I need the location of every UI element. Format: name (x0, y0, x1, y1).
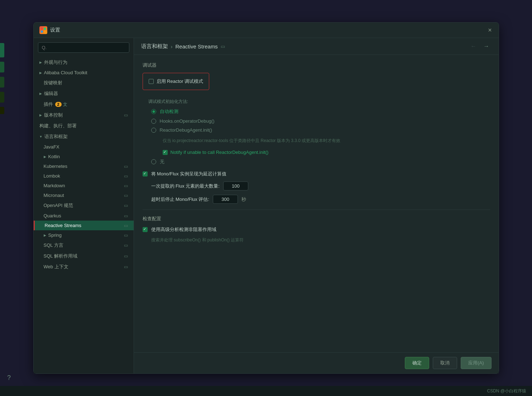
left-indicators (0, 43, 5, 114)
mono-flux-label: 将 Mono/Flux 实例呈现为延迟计算值 (151, 171, 227, 177)
dialog-footer: 确定 取消 应用(A) (134, 352, 499, 373)
sidebar-item-vcs[interactable]: 版本控制 ▭ (34, 110, 134, 121)
sidebar-item-web[interactable]: Web 上下文 ▭ (34, 261, 134, 272)
plugin-badge: 2 (55, 102, 62, 107)
sidebar-label-micronaut: Micronaut (44, 193, 64, 198)
main-content: 外观与行为 Alibaba Cloud Toolkit 按键映射 编辑器 插件 … (34, 38, 499, 373)
svg-rect-3 (44, 30, 46, 33)
sidebar-item-keymap[interactable]: 按键映射 (34, 77, 134, 88)
sidebar-item-kotlin[interactable]: Kotlin (34, 152, 134, 161)
reactor-debug-box: 启用 Reactor 调试模式 (143, 73, 210, 90)
cancel-button[interactable]: 取消 (433, 357, 457, 369)
radio-hooks: Hooks.onOperatorDebug() (151, 118, 490, 124)
search-input[interactable] (38, 42, 129, 53)
sidebar-label-build: 构建、执行、部署 (39, 123, 77, 129)
radio-auto-label: 自动检测 (160, 108, 178, 115)
sidebar-label-spring: Spring (48, 232, 62, 238)
ok-button[interactable]: 确定 (405, 357, 429, 369)
radio-auto-btn[interactable] (151, 109, 156, 114)
sidebar-label-javafx: JavaFX (44, 144, 59, 150)
inspection-section-title: 检查配置 (143, 216, 490, 222)
timeout-label: 超时后停止 Mono/Flux 评估: (151, 196, 210, 203)
sidebar-item-editor[interactable]: 编辑器 (34, 88, 134, 99)
enable-reactor-label: 启用 Reactor 调试模式 (157, 78, 203, 85)
sidebar: 外观与行为 Alibaba Cloud Toolkit 按键映射 编辑器 插件 … (34, 38, 134, 373)
nav-forward-button[interactable]: → (481, 42, 492, 50)
radio-none-btn[interactable] (151, 159, 156, 164)
sidebar-label-alibaba: Alibaba Cloud Toolkit (44, 70, 87, 75)
debugger-section-title: 调试器 (143, 62, 490, 69)
settings-dialog: 设置 × 外观与行为 Alibaba Cloud Toolkit 按键映射 (33, 22, 499, 374)
sidebar-item-openapi[interactable]: OpenAPI 规范 ▭ (34, 200, 134, 211)
help-icon[interactable]: ? (7, 374, 11, 382)
sidebar-item-reactive[interactable]: Reactive Streams ▭ (34, 221, 134, 230)
section-divider (143, 209, 490, 210)
enable-reactor-item: 启用 Reactor 调试模式 (149, 78, 203, 85)
mono-flux-checkbox[interactable] (143, 171, 148, 176)
blocking-checkbox[interactable] (143, 227, 148, 232)
radio-auto: 自动检测 (151, 108, 490, 115)
sidebar-label-web: Web 上下文 (44, 264, 68, 270)
breadcrumb-current: Reactive Streams (176, 43, 218, 50)
app-icon (39, 26, 47, 34)
kubernetes-db-icon: ▭ (124, 164, 128, 169)
breadcrumb-separator: › (171, 43, 173, 50)
radio-none-label: 无 (160, 159, 164, 165)
sidebar-item-alibaba[interactable]: Alibaba Cloud Toolkit (34, 68, 134, 77)
dialog-title: 设置 (50, 27, 60, 33)
close-button[interactable]: × (487, 27, 493, 33)
sidebar-label-markdown: Markdown (44, 183, 65, 188)
sidebar-item-build[interactable]: 构建、执行、部署 (34, 121, 134, 131)
radio-hooks-btn[interactable] (151, 119, 156, 124)
sidebar-item-quarkus[interactable]: Quarkus ▭ (34, 211, 134, 221)
plugin-badge-lang: 文 (63, 102, 67, 108)
nav-back-button[interactable]: ← (469, 42, 479, 50)
sidebar-item-sql-scope[interactable]: SQL 解析作用域 ▭ (34, 251, 134, 261)
notify-checkbox[interactable] (163, 150, 168, 155)
openapi-db-icon: ▭ (124, 203, 128, 208)
radio-hooks-label: Hooks.onOperatorDebug() (160, 118, 215, 124)
sidebar-item-javafx[interactable]: JavaFX (34, 142, 134, 152)
notify-checkbox-item: Notify if unable to call ReactorDebugAge… (163, 150, 490, 155)
sidebar-label-kubernetes: Kubernetes (44, 164, 68, 169)
max-flux-label: 一次提取的 Flux 元素的最大数量: (151, 183, 220, 189)
sidebar-item-plugins[interactable]: 插件 2 文 (34, 99, 134, 110)
sidebar-item-lombok[interactable]: Lombok ▭ (34, 171, 134, 181)
blocking-info-text: 搜索并处理 subscribeOn() 和 publishOn() 运算符 (151, 237, 490, 243)
web-db-icon: ▭ (124, 264, 128, 269)
svg-rect-2 (41, 30, 43, 33)
max-flux-input[interactable] (223, 182, 248, 190)
timeout-input[interactable] (213, 195, 238, 204)
bottom-bar: CSDN @小白程序猿 (0, 386, 532, 396)
apply-button[interactable]: 应用(A) (461, 357, 491, 369)
timeout-unit: 秒 (241, 196, 246, 203)
radio-agent-btn[interactable] (151, 128, 156, 133)
sidebar-label-sql-scope: SQL 解析作用域 (44, 253, 77, 259)
radio-none: 无 (151, 159, 490, 165)
sidebar-item-micronaut[interactable]: Micronaut ▭ (34, 190, 134, 200)
radio-group: 自动检测 Hooks.onOperatorDebug() ReactorDebu… (151, 108, 490, 165)
sidebar-item-appearance[interactable]: 外观与行为 (34, 57, 134, 68)
sidebar-label-plugins: 插件 (44, 101, 53, 108)
sql-db-icon: ▭ (124, 243, 128, 248)
notify-label: Notify if unable to call ReactorDebugAge… (171, 150, 269, 155)
sidebar-label-sql: SQL 方言 (44, 242, 63, 249)
sidebar-item-spring[interactable]: Spring ▭ (34, 230, 134, 240)
sidebar-item-markdown[interactable]: Markdown ▭ (34, 181, 134, 190)
breadcrumb: 语言和框架 › Reactive Streams ▭ (141, 43, 225, 50)
sidebar-list: 外观与行为 Alibaba Cloud Toolkit 按键映射 编辑器 插件 … (34, 56, 134, 373)
svg-rect-0 (41, 28, 43, 30)
right-panel: 语言和框架 › Reactive Streams ▭ ← → 调试器 (134, 38, 499, 373)
agent-info-text: 仅当 io.projectreactor:reactor-tools 位于类路径… (163, 138, 490, 144)
svg-rect-1 (44, 28, 46, 30)
sidebar-label-editor: 编辑器 (44, 90, 58, 97)
blocking-label: 使用高级分析检测非阻塞作用域 (151, 226, 216, 233)
content-area: 调试器 启用 Reactor 调试模式 调试模式初始化方法: (134, 55, 499, 352)
breadcrumb-parent: 语言和框架 (141, 43, 168, 50)
sidebar-label-keymap: 按键映射 (44, 80, 62, 86)
sidebar-item-sql[interactable]: SQL 方言 ▭ (34, 240, 134, 251)
sidebar-item-kubernetes[interactable]: Kubernetes ▭ (34, 161, 134, 171)
bottom-bar-text: CSDN @小白程序猿 (487, 388, 526, 394)
sidebar-item-languages[interactable]: 语言和框架 (34, 131, 134, 142)
enable-reactor-checkbox[interactable] (149, 79, 154, 84)
